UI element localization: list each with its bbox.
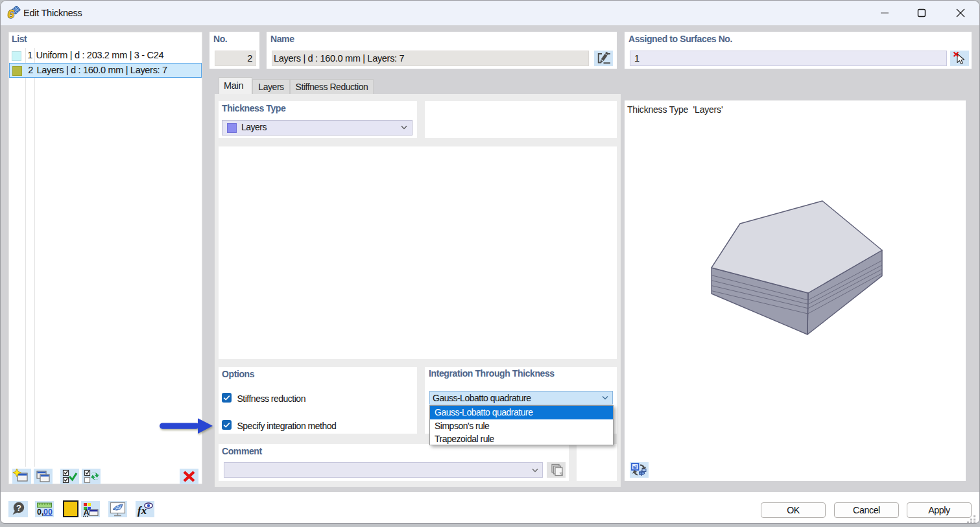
- svg-text:00: 00: [43, 508, 53, 517]
- svg-text:?: ?: [16, 503, 21, 513]
- svg-text:6: 6: [8, 7, 15, 20]
- svg-text:0: 0: [37, 508, 42, 517]
- svg-text:A: A: [84, 508, 90, 517]
